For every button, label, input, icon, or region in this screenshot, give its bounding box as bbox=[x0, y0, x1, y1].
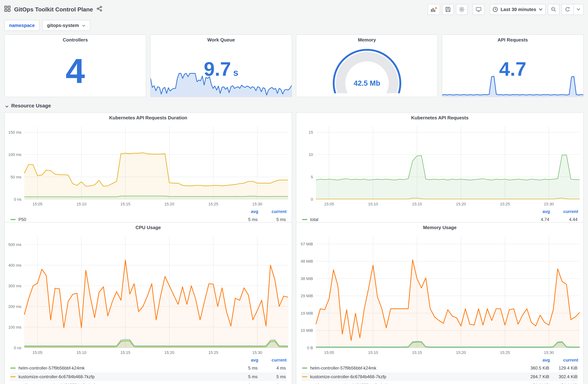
legend-row[interactable]: kustomize-controller-6c6784b468-7kzfp284… bbox=[301, 372, 578, 381]
k8s-api-duration-chart[interactable]: 0 ns50 ms100 ms150 ms15:0515:1015:1515:2… bbox=[5, 123, 292, 208]
series-avg-value: 4.74 bbox=[523, 217, 549, 222]
series-color-swatch bbox=[11, 219, 16, 220]
svg-text:57 MiB: 57 MiB bbox=[301, 242, 313, 246]
svg-text:15:05: 15:05 bbox=[324, 350, 334, 355]
svg-text:5: 5 bbox=[311, 175, 313, 179]
series-current-value: 5 ms bbox=[258, 374, 286, 379]
time-range-label: Last 30 minutes bbox=[501, 7, 536, 12]
chart-legend: avgcurrent helm-controller-57f9b56bbf-k2… bbox=[296, 357, 583, 384]
legend-row[interactable]: notification-controller-6d56575dc-5w9n97… bbox=[301, 381, 578, 384]
svg-text:15:25: 15:25 bbox=[500, 350, 510, 355]
series-name: helm-controller-57f9b56bbf-k24mk bbox=[310, 365, 523, 371]
svg-text:15:05: 15:05 bbox=[32, 350, 42, 355]
svg-text:38 MiB: 38 MiB bbox=[301, 277, 313, 281]
svg-text:15:30: 15:30 bbox=[544, 350, 554, 355]
panel-title[interactable]: CPU Usage bbox=[5, 222, 292, 233]
row-resource-usage[interactable]: Resource Usage bbox=[5, 102, 584, 110]
series-name: total bbox=[310, 217, 523, 222]
api-requests-sparkline[interactable] bbox=[442, 71, 583, 97]
svg-text:0: 0 bbox=[311, 197, 313, 202]
panel-memory-usage: Memory Usage 0 B10 MiB19 MiB29 MiB38 MiB… bbox=[296, 222, 584, 384]
cpu-usage-chart[interactable]: 0 ns100 ms200 ms300 ms400 ms500 ms15:051… bbox=[5, 233, 292, 357]
cycle-view-mode-button[interactable] bbox=[473, 4, 484, 15]
series-current-value: 3 ms bbox=[258, 383, 286, 384]
refresh-interval-dropdown[interactable] bbox=[573, 4, 583, 15]
zoom-out-button[interactable] bbox=[548, 4, 559, 15]
dashboard-grid-icon[interactable] bbox=[4, 6, 11, 13]
panel-title[interactable]: Kubernetes API Requests Duration bbox=[5, 113, 292, 123]
svg-text:15:05: 15:05 bbox=[32, 202, 42, 206]
svg-text:100 ms: 100 ms bbox=[8, 152, 21, 157]
series-color-swatch bbox=[11, 376, 16, 377]
k8s-api-requests-chart[interactable]: 05101515:0515:1015:1515:2015:2515:30 bbox=[296, 123, 583, 208]
svg-text:15:20: 15:20 bbox=[456, 202, 466, 206]
panel-api-requests: API Requests 4.7 bbox=[442, 34, 584, 97]
svg-text:150 ms: 150 ms bbox=[8, 130, 21, 135]
svg-text:15:30: 15:30 bbox=[252, 202, 262, 206]
svg-text:15:20: 15:20 bbox=[456, 350, 466, 355]
memory-gauge-value: 42.5 Mb bbox=[296, 79, 438, 87]
svg-text:200 ms: 200 ms bbox=[8, 304, 21, 309]
legend-row[interactable]: notification-controller-6d56575dc-5w9n93… bbox=[10, 381, 287, 384]
refresh-button[interactable] bbox=[562, 4, 573, 15]
dashboard-settings-button[interactable] bbox=[456, 4, 467, 15]
panel-title[interactable]: Work Queue bbox=[150, 35, 292, 45]
header-bar: GitOps Toolkit Control Plane bbox=[4, 2, 584, 17]
svg-text:15:30: 15:30 bbox=[544, 202, 554, 206]
work-queue-sparkline[interactable] bbox=[150, 71, 292, 97]
svg-text:19 MiB: 19 MiB bbox=[301, 311, 313, 316]
svg-text:15:15: 15:15 bbox=[412, 202, 422, 206]
svg-text:15:05: 15:05 bbox=[324, 202, 334, 206]
series-avg-value: 5 ms bbox=[231, 217, 258, 222]
legend-row[interactable]: kustomize-controller-6c6784b468-7kzfp5 m… bbox=[10, 372, 287, 381]
series-name: helm-controller-57f9b56bbf-k24mk bbox=[19, 365, 231, 371]
svg-text:15:15: 15:15 bbox=[121, 350, 130, 355]
chevron-down-icon bbox=[5, 103, 9, 109]
chart-legend: avgcurrent helm-controller-57f9b56bbf-k2… bbox=[5, 357, 292, 384]
series-name: notification-controller-6d56575dc-5w9n9 bbox=[19, 383, 231, 384]
panel-title[interactable]: Memory bbox=[296, 35, 438, 45]
series-color-swatch bbox=[302, 376, 307, 377]
dashboard-page: GitOps Toolkit Control Plane bbox=[0, 0, 588, 384]
chevron-down-icon bbox=[539, 8, 543, 11]
panel-title[interactable]: Memory Usage bbox=[296, 222, 583, 233]
svg-text:400 ms: 400 ms bbox=[8, 263, 21, 268]
series-avg-value: 3 ms bbox=[231, 383, 258, 384]
legend-row[interactable]: helm-controller-57f9b56bbf-k24mk5 ms4 ms bbox=[10, 364, 287, 372]
series-color-swatch bbox=[11, 367, 16, 369]
series-current-value: 5 ms bbox=[258, 217, 286, 222]
time-range-picker[interactable]: Last 30 minutes bbox=[490, 4, 546, 15]
add-panel-button[interactable] bbox=[428, 4, 440, 15]
variable-value-dropdown[interactable]: gitops-system bbox=[42, 20, 90, 31]
panel-title[interactable]: Controllers bbox=[5, 35, 146, 45]
svg-text:300 ms: 300 ms bbox=[8, 284, 21, 288]
svg-text:15:10: 15:10 bbox=[76, 350, 86, 355]
series-current-value: 4.44 bbox=[549, 217, 577, 222]
panel-title[interactable]: Kubernetes API Requests bbox=[296, 113, 583, 123]
svg-text:50 ms: 50 ms bbox=[11, 175, 21, 179]
series-color-swatch bbox=[302, 367, 307, 369]
series-avg-value: 5 ms bbox=[231, 365, 258, 371]
svg-text:15:20: 15:20 bbox=[164, 350, 174, 355]
svg-text:15:10: 15:10 bbox=[368, 350, 378, 355]
panel-k8s-api-requests: Kubernetes API Requests 05101515:0515:10… bbox=[296, 112, 584, 236]
series-avg-value: 360.5 KiB bbox=[523, 365, 549, 371]
series-avg-value: 76.6 KiB bbox=[523, 383, 549, 384]
svg-text:15:25: 15:25 bbox=[208, 350, 218, 355]
svg-text:15: 15 bbox=[309, 130, 313, 135]
svg-text:15:25: 15:25 bbox=[500, 202, 510, 206]
svg-text:15:10: 15:10 bbox=[368, 202, 378, 206]
dashboard-title: GitOps Toolkit Control Plane bbox=[14, 6, 93, 13]
svg-text:15:10: 15:10 bbox=[76, 202, 86, 206]
panel-title[interactable]: API Requests bbox=[442, 35, 583, 45]
svg-text:15:25: 15:25 bbox=[208, 202, 218, 206]
section-title: Resource Usage bbox=[11, 103, 51, 109]
save-dashboard-button[interactable] bbox=[442, 4, 454, 15]
svg-text:48 MiB: 48 MiB bbox=[301, 259, 313, 264]
memory-usage-chart[interactable]: 0 B10 MiB19 MiB29 MiB38 MiB48 MiB57 MiB1… bbox=[296, 233, 583, 357]
svg-text:500 ms: 500 ms bbox=[8, 242, 21, 247]
series-current-value: 129.4 KiB bbox=[549, 365, 577, 371]
svg-text:29 MiB: 29 MiB bbox=[301, 294, 313, 298]
legend-row[interactable]: helm-controller-57f9b56bbf-k24mk360.5 Ki… bbox=[301, 364, 578, 372]
share-icon[interactable] bbox=[97, 6, 102, 13]
